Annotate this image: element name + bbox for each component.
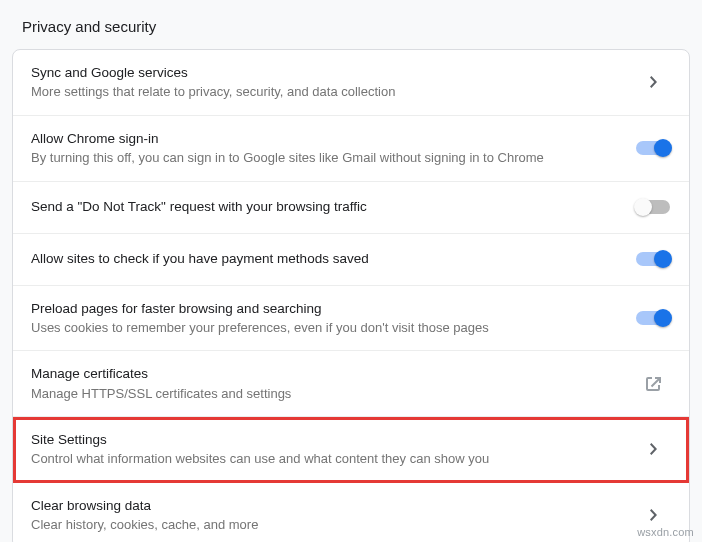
row-text: Send a "Do Not Track" request with your … bbox=[31, 198, 619, 216]
row-title: Manage certificates bbox=[31, 365, 619, 383]
row-text: Preload pages for faster browsing and se… bbox=[31, 300, 619, 337]
row-do-not-track: Send a "Do Not Track" request with your … bbox=[13, 182, 689, 234]
toggle-payment-methods[interactable] bbox=[635, 252, 671, 266]
external-link-icon bbox=[635, 375, 671, 393]
row-text: Clear browsing data Clear history, cooki… bbox=[31, 497, 619, 534]
toggle-do-not-track[interactable] bbox=[635, 200, 671, 214]
row-text: Manage certificates Manage HTTPS/SSL cer… bbox=[31, 365, 619, 402]
row-manage-certificates[interactable]: Manage certificates Manage HTTPS/SSL cer… bbox=[13, 351, 689, 417]
settings-card: Sync and Google services More settings t… bbox=[12, 49, 690, 542]
row-title: Allow sites to check if you have payment… bbox=[31, 250, 619, 268]
row-title: Allow Chrome sign-in bbox=[31, 130, 619, 148]
row-preload-pages: Preload pages for faster browsing and se… bbox=[13, 286, 689, 352]
section-header: Privacy and security bbox=[0, 0, 702, 49]
row-site-settings[interactable]: Site Settings Control what information w… bbox=[13, 417, 689, 483]
row-allow-chrome-sign-in: Allow Chrome sign-in By turning this off… bbox=[13, 116, 689, 182]
row-clear-browsing-data[interactable]: Clear browsing data Clear history, cooki… bbox=[13, 483, 689, 542]
toggle-icon bbox=[636, 200, 670, 214]
watermark: wsxdn.com bbox=[637, 526, 694, 538]
toggle-icon bbox=[636, 252, 670, 266]
row-subtitle: Manage HTTPS/SSL certificates and settin… bbox=[31, 385, 619, 403]
row-title: Preload pages for faster browsing and se… bbox=[31, 300, 619, 318]
toggle-icon bbox=[636, 311, 670, 325]
row-sync-google-services[interactable]: Sync and Google services More settings t… bbox=[13, 50, 689, 116]
row-text: Allow sites to check if you have payment… bbox=[31, 250, 619, 268]
row-title: Clear browsing data bbox=[31, 497, 619, 515]
row-subtitle: Clear history, cookies, cache, and more bbox=[31, 516, 619, 534]
row-subtitle: Uses cookies to remember your preference… bbox=[31, 319, 619, 337]
toggle-preload-pages[interactable] bbox=[635, 311, 671, 325]
row-text: Site Settings Control what information w… bbox=[31, 431, 619, 468]
chevron-right-icon bbox=[635, 509, 671, 521]
row-subtitle: Control what information websites can us… bbox=[31, 450, 619, 468]
row-title: Site Settings bbox=[31, 431, 619, 449]
row-subtitle: More settings that relate to privacy, se… bbox=[31, 83, 619, 101]
row-title: Sync and Google services bbox=[31, 64, 619, 82]
toggle-allow-chrome-sign-in[interactable] bbox=[635, 141, 671, 155]
row-text: Sync and Google services More settings t… bbox=[31, 64, 619, 101]
row-text: Allow Chrome sign-in By turning this off… bbox=[31, 130, 619, 167]
toggle-icon bbox=[636, 141, 670, 155]
row-title: Send a "Do Not Track" request with your … bbox=[31, 198, 619, 216]
row-subtitle: By turning this off, you can sign in to … bbox=[31, 149, 619, 167]
chevron-right-icon bbox=[635, 443, 671, 455]
row-payment-methods-check: Allow sites to check if you have payment… bbox=[13, 234, 689, 286]
chevron-right-icon bbox=[635, 76, 671, 88]
